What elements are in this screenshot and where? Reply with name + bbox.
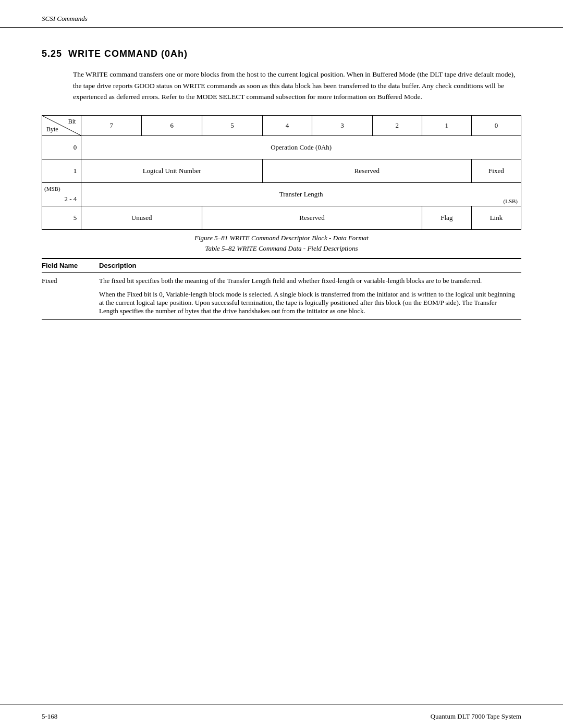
cdb-header-row: Bit Byte 7 6 5 4 3 2 1 0 — [42, 115, 521, 135]
section-title: 5.25 WRITE COMMAND (0Ah) — [42, 48, 521, 59]
cdb-row-5: 5 Unused Reserved Flag Link — [42, 206, 521, 229]
byte-2-4: (MSB) 2 - 4 — [42, 182, 81, 206]
page-content: 5.25 WRITE COMMAND (0Ah) The WRITE comma… — [0, 28, 563, 705]
cdb-row-1: 1 Logical Unit Number Reserved Fixed — [42, 159, 521, 182]
fixed-desc-para-1: The fixed bit specifies both the meaning… — [99, 277, 517, 285]
col2-header: 2 — [372, 115, 422, 135]
transfer-length-cell: Transfer Length (LSB) — [81, 182, 521, 206]
flag-cell: Flag — [422, 206, 471, 229]
byte-0: 0 — [42, 135, 81, 159]
col7-header: 7 — [81, 115, 142, 135]
unused-cell: Unused — [81, 206, 202, 229]
diagonal-line-svg — [42, 116, 81, 135]
field-name-fixed: Fixed — [42, 272, 99, 319]
header-text: SCSI Commands — [42, 15, 88, 22]
field-table-header: Field Name Description — [42, 258, 521, 273]
cdb-row-2-4: (MSB) 2 - 4 Transfer Length (LSB) — [42, 182, 521, 206]
operation-code-cell: Operation Code (0Ah) — [81, 135, 521, 159]
fixed-desc-para-2: When the Fixed bit is 0, Variable-length… — [99, 290, 517, 315]
figure-caption: Figure 5–81 WRITE Command Descriptor Blo… — [42, 234, 521, 242]
section-heading: WRITE COMMAND (0Ah) — [68, 48, 188, 59]
lun-cell: Logical Unit Number — [81, 159, 263, 182]
col5-header: 5 — [202, 115, 263, 135]
field-desc-fixed: The fixed bit specifies both the meaning… — [99, 272, 521, 319]
section-number: 5.25 — [42, 48, 62, 59]
link-cell: Link — [471, 206, 521, 229]
reserved-cell-5: Reserved — [202, 206, 422, 229]
svg-line-0 — [42, 116, 81, 135]
fixed-cell: Fixed — [471, 159, 521, 182]
page-footer: 5-168 Quantum DLT 7000 Tape System — [0, 705, 563, 728]
field-row-fixed: Fixed The fixed bit specifies both the m… — [42, 272, 521, 319]
col1-header: 1 — [422, 115, 471, 135]
table-caption: Table 5–82 WRITE Command Data - Field De… — [42, 244, 521, 253]
field-name-header: Field Name — [42, 258, 99, 273]
intro-paragraph: The WRITE command transfers one or more … — [73, 69, 516, 103]
col6-header: 6 — [142, 115, 202, 135]
reserved-cell-1: Reserved — [262, 159, 471, 182]
cdb-row-0: 0 Operation Code (0Ah) — [42, 135, 521, 159]
byte-5: 5 — [42, 206, 81, 229]
field-descriptions-table: Field Name Description Fixed The fixed b… — [42, 258, 521, 320]
bit-byte-cell: Bit Byte — [42, 115, 81, 135]
page-number: 5-168 — [42, 712, 57, 721]
page-container: SCSI Commands 5.25 WRITE COMMAND (0Ah) T… — [0, 0, 563, 728]
col0-header: 0 — [471, 115, 521, 135]
page-header: SCSI Commands — [0, 0, 563, 28]
col3-header: 3 — [312, 115, 372, 135]
description-header: Description — [99, 258, 521, 273]
byte-1: 1 — [42, 159, 81, 182]
cdb-table: Bit Byte 7 6 5 4 3 2 1 0 0 Operation Cod… — [42, 115, 521, 230]
col4-header: 4 — [262, 115, 312, 135]
product-name: Quantum DLT 7000 Tape System — [431, 712, 521, 721]
